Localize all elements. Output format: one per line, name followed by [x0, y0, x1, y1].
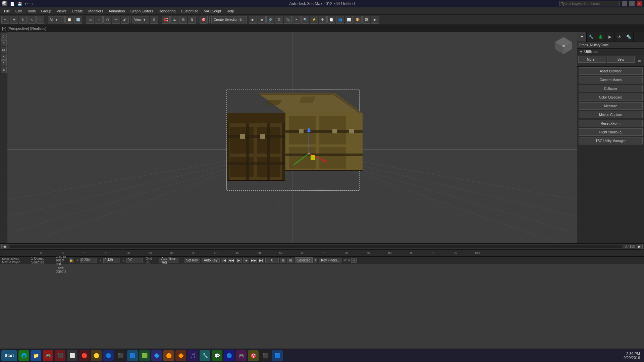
spinner-snap-btn[interactable]: ⇅	[188, 16, 196, 24]
set-key-btn[interactable]: Set Key	[184, 258, 200, 263]
menu-rendering[interactable]: Rendering	[156, 8, 178, 14]
viewport-perspective[interactable]: [Perspective]	[8, 26, 29, 31]
angle-snap-btn[interactable]: ∠	[170, 16, 178, 24]
rotate-tool-btn[interactable]: ↻	[19, 16, 27, 24]
snap-toggle-btn[interactable]: 🧲	[162, 16, 170, 24]
rp-tab-motion[interactable]: ▶	[605, 32, 615, 42]
menu-undo-tb[interactable]: ↩	[25, 2, 28, 6]
taskbar-game1[interactable]: 🎮	[43, 350, 53, 361]
mini-ctrl1[interactable]: ⊞	[280, 258, 286, 263]
utilities-collapse-arrow[interactable]: ▼	[579, 50, 583, 54]
select-tool-btn[interactable]: ↖	[1, 16, 9, 24]
taskbar-app12[interactable]: 🔶	[175, 350, 186, 361]
taskbar-app16[interactable]: 🔵	[224, 350, 234, 361]
taskbar-red1[interactable]: ⬛	[55, 350, 65, 361]
anim-mode-btn[interactable]: ▶	[249, 16, 257, 24]
ref-coord-btn[interactable]: ⊞	[150, 16, 158, 24]
y-value[interactable]: 0.439	[103, 258, 120, 263]
reset-xform-btn[interactable]: Reset XForm	[579, 120, 643, 127]
menu-edit-tb[interactable]: 💾	[17, 2, 22, 6]
rp-tab-display[interactable]: 👁	[615, 32, 624, 42]
measure-btn[interactable]: Measure	[579, 102, 643, 110]
view-dropdown[interactable]: View ▼	[132, 16, 149, 23]
taskbar-app6[interactable]: 🔵	[103, 350, 114, 361]
taskbar-app10[interactable]: 🔷	[151, 350, 162, 361]
prev-frame-btn[interactable]: |◀	[221, 258, 227, 263]
win-minimize[interactable]: ─	[622, 1, 627, 6]
viewport-plus[interactable]: [+]	[2, 26, 6, 31]
anim-material-btn[interactable]: 🎨	[354, 16, 362, 24]
menu-edit[interactable]: Edit	[13, 8, 24, 14]
timeline-left-btn[interactable]: ◀	[1, 244, 7, 249]
taskbar-app9[interactable]: 🟩	[139, 350, 150, 361]
anim-schematic-btn[interactable]: 📊	[345, 16, 353, 24]
paint-select-btn[interactable]: 🖌	[121, 16, 129, 24]
rect-select-btn[interactable]: ▭	[86, 16, 94, 24]
anim-quick-render-btn[interactable]: ▶	[371, 16, 379, 24]
selected-dropdown[interactable]: ▼	[314, 258, 317, 263]
start-button[interactable]: Start	[1, 350, 17, 361]
select-by-name-btn[interactable]: 🔠	[74, 16, 82, 24]
menu-maxscript[interactable]: MAXScript	[201, 8, 224, 14]
flight-studio-btn[interactable]: Flight Studio (c)	[579, 128, 643, 136]
key-filters-btn[interactable]: Key Filters...	[319, 258, 342, 263]
anim-crowd-btn[interactable]: 👥	[336, 16, 344, 24]
anim-react-btn[interactable]: ⚙	[319, 16, 327, 24]
anim-link-btn[interactable]: 🔗	[266, 16, 274, 24]
util-grid-btn[interactable]: ⊞	[636, 56, 643, 65]
x-value[interactable]: 0.234	[80, 258, 97, 263]
play-btn[interactable]: ▶	[236, 258, 242, 263]
anim-next-btn[interactable]: ⏮	[258, 16, 266, 24]
sets-btn[interactable]: Sets	[607, 56, 635, 63]
motion-capture-btn[interactable]: Motion Capture	[579, 111, 643, 118]
menu-file-tb[interactable]: 📄	[10, 2, 15, 6]
taskbar-app17[interactable]: 🎮	[236, 350, 247, 361]
menu-create[interactable]: Create	[69, 8, 86, 14]
mini-ctrl2[interactable]: ⊟	[287, 258, 293, 263]
left-tb-scale[interactable]: E	[1, 60, 7, 66]
add-time-tag-btn[interactable]: Add Time Tag	[159, 258, 178, 263]
rp-tab-modify[interactable]: 🔧	[587, 32, 596, 42]
menu-animation[interactable]: Animation	[106, 8, 128, 14]
select-all-dropdown[interactable]: All ▼	[48, 16, 65, 23]
stop-btn[interactable]: ■	[243, 258, 249, 263]
next-key-btn[interactable]: ▶▶	[251, 258, 257, 263]
anim-render-btn[interactable]: 🖼	[362, 16, 370, 24]
more-btn[interactable]: More...	[578, 56, 606, 63]
rp-tab-hierarchy[interactable]: 🌲	[596, 32, 605, 42]
viewport[interactable]: ⊞	[7, 32, 577, 243]
menu-group[interactable]: Group	[38, 8, 54, 14]
menu-graph-editors[interactable]: Graph Editors	[128, 8, 156, 14]
lock-icon[interactable]: 🔒	[69, 258, 73, 263]
select-filter-btn[interactable]: ⬛	[36, 16, 44, 24]
anim-unbind-btn[interactable]: ✂	[292, 16, 301, 24]
auto-key-btn[interactable]: Auto Key	[202, 258, 220, 263]
menu-modifiers[interactable]: Modifiers	[86, 8, 106, 14]
color-clipboard-btn[interactable]: Color Clipboard	[579, 94, 643, 101]
taskbar-app19[interactable]: ⬛	[260, 350, 271, 361]
left-tb-rot[interactable]: R	[1, 54, 7, 60]
timeline-right-btn[interactable]: ▶	[637, 244, 643, 249]
scale-tool-btn[interactable]: ⤡	[28, 16, 36, 24]
lasso-select-btn[interactable]: 〰	[112, 16, 120, 24]
taskbar-app4[interactable]: 🔴	[79, 350, 90, 361]
menu-views[interactable]: Views	[54, 8, 69, 14]
taskbar-explorer[interactable]: 📁	[31, 350, 41, 361]
move-tool-btn[interactable]: ✛	[10, 16, 18, 24]
circle-select-btn[interactable]: ○	[95, 16, 103, 24]
win-maximize[interactable]: □	[629, 1, 635, 6]
mini-toggle[interactable]: ≡	[351, 258, 357, 263]
tsg-utility-btn[interactable]: TSG Utility Manager	[579, 137, 643, 144]
anim-wire-btn[interactable]: ⚡	[310, 16, 318, 24]
taskbar-app14[interactable]: 🔧	[200, 350, 210, 361]
taskbar-app13[interactable]: 🎵	[187, 350, 198, 361]
taskbar-chrome[interactable]: 🌐	[18, 350, 29, 361]
rp-tab-utilities[interactable]: 🔩	[624, 32, 634, 42]
taskbar-app7[interactable]: ⬛	[115, 350, 126, 361]
menu-file[interactable]: File	[1, 8, 13, 14]
left-tb-move[interactable]: M	[1, 47, 7, 53]
collapse-btn[interactable]: Collapse	[579, 85, 643, 92]
rp-tab-create[interactable]: ✦	[577, 32, 587, 42]
left-tb-snap[interactable]: ⊕	[1, 67, 7, 73]
anim-select-btn[interactable]: 🔍	[301, 16, 309, 24]
